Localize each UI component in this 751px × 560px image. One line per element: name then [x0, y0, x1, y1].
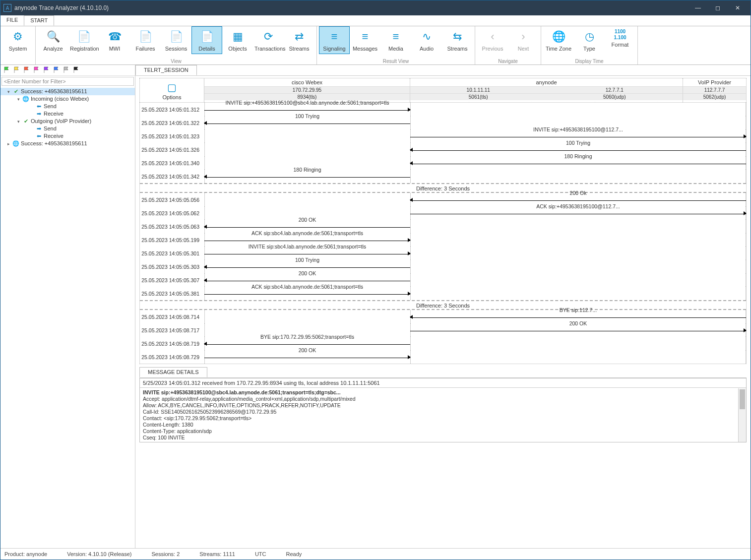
- ribbon-label: Previous: [479, 46, 506, 52]
- status-product: Product: anynode: [4, 551, 47, 557]
- mwi-icon: ☎: [101, 29, 128, 45]
- column-cisco-webex: cisco Webex 170.72.29.95 8934(tls): [204, 78, 410, 102]
- sip-message[interactable]: 100 Trying: [204, 263, 410, 270]
- tree[interactable]: ▾✔ Success: +4953638195611▾🌐 Incoming (c…: [0, 87, 135, 548]
- minimize-button[interactable]: —: [688, 0, 708, 15]
- ribbon-tz[interactable]: 🌐Time Zone: [543, 26, 574, 54]
- timestamp: 25.05.2023 14:05:05.063: [140, 224, 204, 230]
- sip-message[interactable]: 180 Ringing: [410, 160, 746, 167]
- flag-icon[interactable]: [63, 66, 70, 74]
- sip-message[interactable]: BYE sip:170.72.29.95:5062;transport=tls: [204, 340, 410, 347]
- tree-node[interactable]: ▾✔ Success: +4953638195611: [0, 88, 135, 95]
- sip-message[interactable]: 200 OK: [204, 354, 410, 361]
- ribbon-mwi[interactable]: ☎MWI: [99, 26, 130, 54]
- maximize-button[interactable]: ◻: [708, 0, 728, 15]
- sip-message[interactable]: ACK sip:sbc4.lab.anynode.de:5061;transpo…: [204, 290, 410, 297]
- ribbon-label: Analyze: [39, 46, 67, 52]
- tree-node[interactable]: ▸🌐 Success: +4953638195611: [0, 140, 135, 147]
- flag-icon[interactable]: [43, 66, 50, 74]
- ribbon-transactions[interactable]: ⟳Transactions: [253, 26, 284, 54]
- options-label: Options: [163, 94, 182, 100]
- timestamp: 25.05.2023 14:05:05.056: [140, 197, 204, 203]
- sequence-body[interactable]: 25.05.2023 14:05:01.312INVITE sip:+49536…: [139, 103, 747, 364]
- status-streams: Streams: 1111: [199, 551, 235, 557]
- detail-line: Cseq: 100 INVITE: [143, 435, 743, 441]
- details-scrollbar[interactable]: [738, 388, 746, 442]
- ribbon-system[interactable]: ⚙System: [2, 26, 33, 54]
- tree-node[interactable]: ▾✔ Outgoing (VoIP Provider): [0, 118, 135, 125]
- options-button[interactable]: ▢ Options: [140, 78, 204, 102]
- sequence-row[interactable]: 25.05.2023 14:05:05.381ACK sip:sbc4.lab.…: [140, 287, 746, 300]
- tree-node[interactable]: ▾🌐 Incoming (cisco Webex): [0, 95, 135, 103]
- flag-icon[interactable]: [13, 66, 20, 74]
- sip-message[interactable]: 200 OK: [410, 327, 746, 334]
- sequence-row[interactable]: 25.05.2023 14:05:08.729200 OK: [140, 350, 746, 364]
- ribbon-audio[interactable]: ∿Audio: [411, 26, 442, 54]
- sip-message[interactable]: INVITE sip:+4953638195100@112.7...: [410, 133, 746, 140]
- message-details-tab[interactable]: MESSAGE DETAILS: [139, 367, 207, 377]
- flag-icon[interactable]: [33, 66, 40, 74]
- transactions-icon: ⟳: [254, 29, 282, 45]
- ribbon-sessions[interactable]: 📄Sessions: [161, 26, 191, 54]
- tree-node[interactable]: ➡ Send: [0, 125, 135, 132]
- detail-line: Content-Length: 1380: [143, 422, 743, 428]
- ribbon-group-label: Result View: [319, 58, 473, 64]
- sip-message[interactable]: BYE sip:112.7...: [410, 313, 746, 320]
- options-icon: ▢: [142, 81, 202, 93]
- sip-message[interactable]: 180 Ringing: [204, 173, 410, 180]
- ribbon-type[interactable]: ◷Type: [574, 26, 605, 54]
- tree-node[interactable]: ⬅ Send: [0, 103, 135, 110]
- tree-node[interactable]: ⬅ Receive: [0, 132, 135, 140]
- sip-message[interactable]: ACK sip:sbc4.lab.anynode.de:5061;transpo…: [204, 237, 410, 244]
- ribbon-label: Registration: [70, 46, 98, 52]
- sip-message[interactable]: 100 Trying: [204, 120, 410, 126]
- status-version: Version: 4.10.10 (Release): [67, 551, 131, 557]
- close-button[interactable]: ✕: [728, 0, 748, 15]
- sip-message[interactable]: ACK sip:+4953638195100@112.7...: [410, 210, 746, 217]
- sequence-header: ▢ Options cisco Webex 170.72.29.95 8934(…: [139, 78, 747, 103]
- tab-start[interactable]: START: [24, 15, 54, 26]
- status-sessions: Sessions: 2: [151, 551, 180, 557]
- tab-file[interactable]: FILE: [0, 15, 24, 26]
- timestamp: 25.05.2023 14:05:08.714: [140, 314, 204, 320]
- sip-message[interactable]: 200 OK: [204, 277, 410, 284]
- filter-input[interactable]: [1, 77, 134, 86]
- sidebar: ▾✔ Success: +4953638195611▾🌐 Incoming (c…: [0, 65, 135, 548]
- system-icon: ⚙: [4, 29, 32, 45]
- ribbon-label: Streams: [443, 46, 471, 52]
- timestamp: 25.05.2023 14:05:05.301: [140, 250, 204, 256]
- ribbon-registration[interactable]: 📄Registration: [68, 26, 99, 54]
- ribbon-rstreams[interactable]: ⇆Streams: [442, 26, 473, 54]
- ribbon-failures[interactable]: 📄Failures: [130, 26, 161, 54]
- flag-icon[interactable]: [73, 66, 80, 74]
- column-anynode: anynode 10.1.11.11 12.7.7.1 5061(tls) 50…: [410, 78, 683, 102]
- ribbon-details[interactable]: 📄Details: [191, 26, 222, 54]
- ribbon-next[interactable]: ›Next: [508, 26, 539, 54]
- ribbon-objects[interactable]: ▦Objects: [222, 26, 253, 54]
- ribbon-analyze[interactable]: 🔍Analyze: [38, 26, 68, 54]
- flag-icon[interactable]: [53, 66, 60, 74]
- ribbon-signaling[interactable]: ≡Signaling: [319, 26, 350, 54]
- sequence-row[interactable]: 25.05.2023 14:05:01.342180 Ringing: [140, 170, 746, 183]
- ribbon-streams[interactable]: ⇄Streams: [284, 26, 314, 54]
- flag-icon[interactable]: [3, 66, 10, 74]
- session-tab[interactable]: TELRT_SESSION: [135, 65, 197, 75]
- timestamp: 25.05.2023 14:05:08.717: [140, 327, 204, 333]
- ribbon-format[interactable]: 11001.100Format: [605, 26, 635, 50]
- flag-icon[interactable]: [23, 66, 30, 74]
- audio-icon: ∿: [413, 29, 440, 45]
- sip-message[interactable]: INVITE sip:+4953638195100@sbc4.lab.anyno…: [204, 106, 410, 113]
- sip-message[interactable]: INVITE sip:sbc4.lab.anynode.de:5061;tran…: [204, 250, 410, 257]
- type-icon: ◷: [575, 29, 603, 45]
- registration-icon: 📄: [70, 29, 98, 45]
- sip-message[interactable]: 100 Trying: [410, 146, 746, 153]
- ribbon-messages[interactable]: ≡Messages: [350, 26, 380, 54]
- sip-message[interactable]: 200 Ok: [410, 196, 746, 203]
- menu-tabs: FILE START: [0, 15, 751, 26]
- timestamp: 25.05.2023 14:05:01.323: [140, 133, 204, 139]
- sip-message[interactable]: 200 OK: [204, 223, 410, 230]
- tree-node[interactable]: ➡ Receive: [0, 110, 135, 118]
- ribbon-media[interactable]: ≡Media: [380, 26, 411, 54]
- ribbon-prev[interactable]: ‹Previous: [477, 26, 508, 54]
- details-icon: 📄: [193, 29, 221, 45]
